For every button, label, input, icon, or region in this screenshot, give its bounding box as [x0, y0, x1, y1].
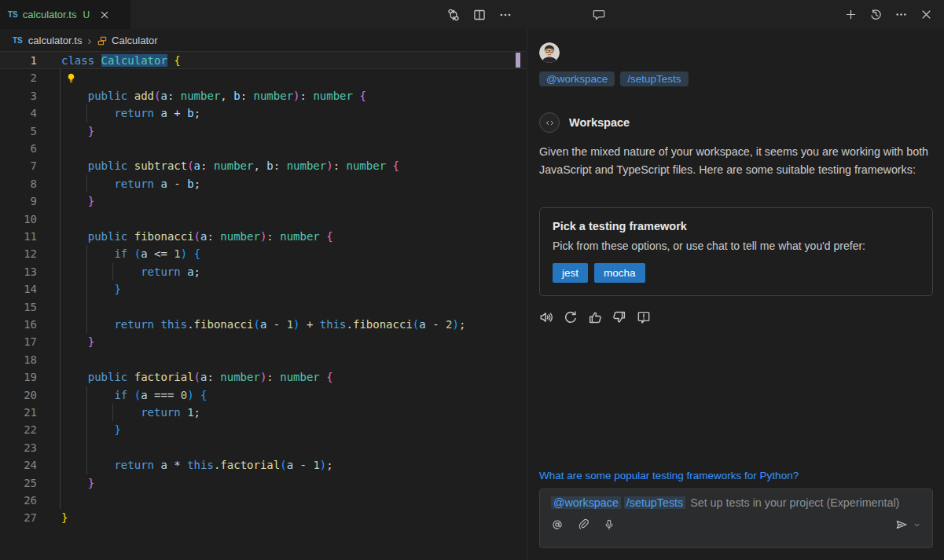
input-chip: @workspace [551, 496, 621, 509]
code-line-11[interactable]: 11 public fibonacci(a: number): number { [0, 228, 526, 245]
close-tab-button[interactable] [99, 9, 110, 20]
send-button-group[interactable] [894, 518, 921, 532]
new-chat-icon[interactable] [844, 8, 858, 21]
compare-changes-icon[interactable] [446, 8, 461, 22]
regenerate-icon[interactable] [562, 309, 579, 326]
more-actions-icon[interactable] [498, 8, 512, 22]
indent-guide [60, 140, 61, 157]
indent-guide [60, 492, 61, 509]
mention-icon[interactable] [551, 518, 564, 531]
line-number-13: 13 [0, 263, 37, 280]
followup-suggestion-link[interactable]: What are some popular testing frameworks… [539, 470, 799, 481]
code-line-3[interactable]: 3 public add(a: number, b: number): numb… [0, 87, 526, 104]
chat-input-placeholder: Set up tests in your project (Experiment… [690, 496, 899, 509]
jest-button[interactable]: jest [553, 263, 588, 283]
request-chips: @workspace/setupTests [539, 71, 689, 86]
indent-guide [60, 333, 61, 350]
typescript-icon: TS [8, 10, 18, 19]
code-line-1[interactable]: 1class Calculator { [0, 52, 526, 69]
indent-guide [60, 280, 61, 298]
send-icon[interactable] [894, 518, 909, 532]
read-aloud-icon[interactable] [538, 309, 555, 326]
line-number-10: 10 [0, 210, 37, 228]
card-description: Pick from these options, or use chat to … [553, 240, 920, 252]
voice-icon[interactable] [603, 518, 615, 531]
indent-guide [60, 157, 61, 174]
close-icon[interactable] [99, 9, 110, 20]
more-actions-icon[interactable] [894, 8, 908, 21]
overview-ruler-marker [516, 53, 520, 68]
user-avatar [539, 42, 560, 63]
chevron-down-icon[interactable] [913, 521, 921, 529]
code-line-5[interactable]: 5 } [0, 123, 526, 140]
code-line-21[interactable]: 21 return 1; [0, 404, 526, 421]
mocha-button[interactable]: mocha [594, 263, 645, 283]
code-line-25[interactable]: 25 } [0, 474, 526, 492]
editor-tab-calculator[interactable]: TS calculator.ts U [0, 0, 130, 29]
code-line-10[interactable]: 10 [0, 210, 526, 228]
chat-panel: @workspace/setupTests Workspace Given th… [527, 29, 944, 560]
code-line-8[interactable]: 8 return a - b; [0, 175, 526, 192]
code-line-27[interactable]: 27} [0, 509, 526, 526]
code-line-6[interactable]: 6 [0, 140, 526, 157]
code-line-4[interactable]: 4 return a + b; [0, 104, 526, 122]
indent-guide [60, 474, 61, 492]
code-line-24[interactable]: 24 return a * this.factorial(a - 1); [0, 456, 526, 474]
line-number-4: 4 [0, 104, 37, 122]
indent-guide [60, 263, 61, 280]
request-chip: @workspace [539, 71, 615, 86]
line-number-9: 9 [0, 192, 37, 210]
response-header: Workspace [539, 112, 630, 133]
line-number-2: 2 [0, 69, 37, 86]
code-line-13[interactable]: 13 return a; [0, 263, 526, 280]
line-number-15: 15 [0, 298, 37, 316]
line-number-11: 11 [0, 228, 37, 245]
indent-guide [60, 298, 61, 316]
code-line-9[interactable]: 9 } [0, 192, 526, 210]
request-chip: /setupTests [620, 71, 688, 86]
history-icon[interactable] [869, 8, 883, 21]
code-line-16[interactable]: 16 return this.fibonacci(a - 1) + this.f… [0, 316, 526, 333]
indent-guide [60, 439, 61, 456]
chat-input-box[interactable]: @workspace/setupTestsSet up tests in you… [539, 489, 933, 548]
code-line-15[interactable]: 15 [0, 298, 526, 316]
attach-context-icon[interactable] [577, 518, 590, 531]
input-chip: /setupTests [624, 496, 685, 509]
indent-guide [60, 351, 61, 368]
indent-guide [60, 456, 61, 474]
code-line-22[interactable]: 22 } [0, 421, 526, 438]
indent-guide [60, 245, 61, 262]
code-line-2[interactable]: 2 [0, 69, 526, 86]
code-line-12[interactable]: 12 if (a <= 1) { [0, 245, 526, 262]
code-line-17[interactable]: 17 } [0, 333, 526, 350]
indent-guide [60, 316, 61, 333]
code-line-14[interactable]: 14 } [0, 280, 526, 298]
close-icon[interactable] [920, 8, 933, 21]
line-number-27: 27 [0, 509, 37, 526]
indent-guide [60, 175, 61, 192]
code-line-7[interactable]: 7 public subtract(a: number, b: number):… [0, 157, 526, 174]
input-attachments-toolbar [551, 518, 615, 531]
line-number-3: 3 [0, 87, 37, 104]
indent-guide [60, 87, 61, 104]
split-editor-icon[interactable] [472, 8, 487, 22]
response-header-label: Workspace [569, 116, 630, 129]
indent-guide [60, 104, 61, 122]
line-number-16: 16 [0, 316, 37, 333]
response-toolbar [538, 309, 652, 326]
thumbs-down-icon[interactable] [611, 309, 628, 326]
code-line-19[interactable]: 19 public factorial(a: number): number { [0, 368, 526, 386]
line-number-18: 18 [0, 351, 37, 368]
code-line-20[interactable]: 20 if (a === 0) { [0, 386, 526, 404]
code-line-23[interactable]: 23 [0, 439, 526, 456]
code-line-18[interactable]: 18 [0, 351, 526, 368]
testing-framework-card: Pick a testing framework Pick from these… [539, 207, 933, 296]
indent-guide [86, 439, 87, 456]
line-number-24: 24 [0, 456, 37, 474]
line-number-8: 8 [0, 175, 37, 192]
code-area[interactable]: 1class Calculator {23 public add(a: numb… [0, 29, 526, 560]
code-line-26[interactable]: 26 [0, 492, 526, 509]
thumbs-up-icon[interactable] [586, 309, 604, 326]
chat-input-text[interactable]: @workspace/setupTestsSet up tests in you… [551, 496, 921, 509]
report-issue-icon[interactable] [635, 309, 652, 326]
